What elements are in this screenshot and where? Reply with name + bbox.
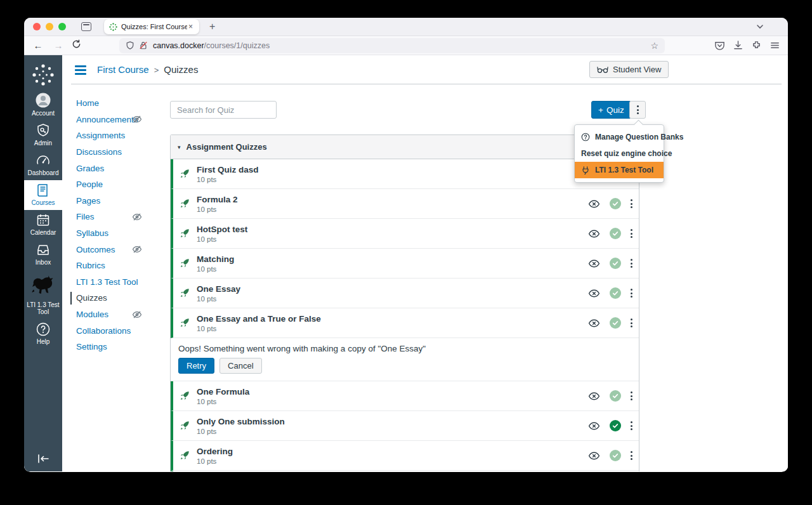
quiz-row-menu-button[interactable] (631, 421, 632, 430)
course-nav-quizzes[interactable]: Quizzes (76, 290, 178, 306)
tab-overview-icon[interactable] (81, 22, 91, 31)
quiz-visibility-icon[interactable] (588, 258, 600, 270)
published-check-icon[interactable] (610, 287, 621, 299)
maximize-window-button[interactable] (58, 23, 66, 30)
quiz-row-menu-button[interactable] (631, 229, 632, 238)
sidebar-item-help[interactable]: Help (24, 319, 62, 349)
quiz-group-header[interactable]: ▾ Assignment Quizzes (171, 135, 639, 159)
published-check-icon[interactable] (610, 420, 621, 431)
published-check-icon[interactable] (610, 198, 621, 209)
menu-item-manage-question-banks[interactable]: Manage Question Banks (575, 129, 664, 145)
shield-permissions-icon[interactable] (126, 41, 134, 50)
quiz-title[interactable]: Only One submission (197, 417, 285, 426)
quiz-row-menu-button[interactable] (631, 199, 632, 208)
canvas-logo-icon[interactable] (30, 60, 56, 89)
quiz-visibility-icon[interactable] (588, 390, 600, 402)
list-tabs-chevron-icon[interactable] (756, 23, 764, 30)
forward-button[interactable]: → (52, 40, 65, 51)
course-nav-lti-test-tool[interactable]: LTI 1.3 Test Tool (76, 274, 178, 291)
bookmark-star-icon[interactable]: ☆ (650, 41, 658, 51)
sidebar-item-inbox[interactable]: Inbox (24, 240, 62, 270)
course-nav-rubrics[interactable]: Rubrics (76, 258, 178, 274)
course-nav-announcements[interactable]: Announcements (76, 112, 178, 128)
new-tab-button[interactable]: + (209, 21, 215, 32)
quiz-visibility-icon[interactable] (588, 287, 600, 299)
quiz-row-menu-button[interactable] (631, 318, 632, 327)
quiz-row-menu-button[interactable] (631, 259, 632, 268)
url-bar[interactable]: canvas.docker/courses/1/quizzes ☆ (119, 38, 665, 53)
quiz-row[interactable]: One Essay10 pts (171, 279, 639, 308)
course-nav-assignments[interactable]: Assignments (76, 128, 178, 144)
sidebar-item-lti-test-tool[interactable]: LTI 1.3 Test Tool (24, 270, 62, 319)
sidebar-item-calendar[interactable]: Calendar (24, 210, 62, 240)
back-button[interactable]: ← (32, 40, 44, 51)
collapse-global-nav-button[interactable] (24, 454, 62, 466)
new-quiz-button[interactable]: + Quiz (591, 101, 631, 119)
course-nav-syllabus[interactable]: Syllabus (76, 225, 178, 242)
url-text[interactable]: canvas.docker/courses/1/quizzes (153, 41, 650, 50)
minimize-window-button[interactable] (46, 23, 53, 30)
sidebar-item-admin[interactable]: Admin (24, 121, 62, 150)
course-nav-settings[interactable]: Settings (76, 339, 178, 355)
cancel-button[interactable]: Cancel (219, 358, 261, 374)
course-nav-toggle-icon[interactable] (75, 65, 86, 75)
tab-close-icon[interactable]: × (187, 22, 194, 31)
collapse-caret-icon[interactable]: ▾ (178, 144, 181, 150)
published-check-icon[interactable] (610, 390, 621, 402)
quiz-options-kebab-button[interactable] (629, 101, 646, 119)
published-check-icon[interactable] (610, 228, 621, 239)
quiz-row-menu-button[interactable] (631, 289, 632, 298)
quiz-row[interactable]: Ordering10 pts (171, 441, 639, 471)
reload-button[interactable] (70, 39, 82, 51)
quiz-row-menu-button[interactable] (631, 451, 632, 460)
pocket-icon[interactable] (714, 40, 725, 51)
quiz-visibility-icon[interactable] (588, 228, 600, 240)
menu-item-reset-quiz-engine[interactable]: Reset quiz engine choice (575, 145, 664, 162)
quiz-title[interactable]: First Quiz dasd (197, 165, 259, 174)
quiz-title[interactable]: HotSpot test (197, 225, 247, 234)
quiz-visibility-icon[interactable] (588, 317, 600, 329)
app-menu-icon[interactable] (769, 40, 780, 51)
menu-item-lti-test-tool[interactable]: LTI 1.3 Test Tool (575, 162, 664, 178)
quiz-title[interactable]: Formula 2 (197, 195, 238, 204)
student-view-button[interactable]: Student View (589, 61, 669, 78)
published-check-icon[interactable] (610, 258, 621, 269)
quiz-title[interactable]: One Essay (197, 284, 240, 294)
downloads-icon[interactable] (733, 40, 743, 51)
quiz-visibility-icon[interactable] (588, 198, 600, 210)
course-nav-discussions[interactable]: Discussions (76, 144, 178, 161)
quiz-title[interactable]: One Essay and a True or False (197, 314, 321, 324)
extensions-puzzle-icon[interactable] (751, 40, 762, 51)
search-quiz-input[interactable] (170, 101, 277, 119)
quiz-row[interactable]: Only One submission10 pts (171, 411, 639, 441)
quiz-title[interactable]: One Formula (197, 387, 249, 397)
quiz-row[interactable]: Matching10 pts (171, 249, 639, 279)
quiz-row[interactable]: First Quiz dasd10 pts (171, 159, 639, 189)
course-nav-files[interactable]: Files (76, 209, 178, 225)
sidebar-item-courses[interactable]: Courses (24, 180, 62, 210)
course-nav-modules[interactable]: Modules (76, 306, 178, 323)
course-nav-grades[interactable]: Grades (76, 160, 178, 176)
quiz-row[interactable]: Formula 210 pts (171, 189, 639, 219)
retry-button[interactable]: Retry (178, 358, 214, 374)
course-nav-pages[interactable]: Pages (76, 193, 178, 209)
quiz-visibility-icon[interactable] (588, 450, 600, 462)
quiz-row-partial[interactable]: Ordering Numbers (171, 471, 639, 471)
quiz-row[interactable]: One Formula10 pts (171, 381, 639, 411)
quiz-row[interactable]: HotSpot test10 pts (171, 219, 639, 249)
quiz-title[interactable]: Matching (197, 254, 234, 264)
sidebar-item-dashboard[interactable]: Dashboard (24, 150, 62, 180)
quiz-row[interactable]: One Essay and a True or False10 pts (171, 308, 639, 338)
sidebar-item-account[interactable]: Account (24, 89, 62, 121)
course-nav-collaborations[interactable]: Collaborations (76, 322, 178, 339)
quiz-visibility-icon[interactable] (588, 420, 600, 432)
course-nav-home[interactable]: Home (76, 95, 178, 112)
quiz-row-menu-button[interactable] (631, 391, 632, 400)
published-check-icon[interactable] (610, 450, 621, 461)
course-nav-people[interactable]: People (76, 176, 178, 193)
breadcrumb-course-link[interactable]: First Course (97, 64, 149, 75)
close-window-button[interactable] (33, 23, 41, 30)
course-nav-outcomes[interactable]: Outcomes (76, 241, 178, 258)
insecure-lock-icon[interactable] (139, 41, 148, 50)
published-check-icon[interactable] (610, 317, 621, 329)
